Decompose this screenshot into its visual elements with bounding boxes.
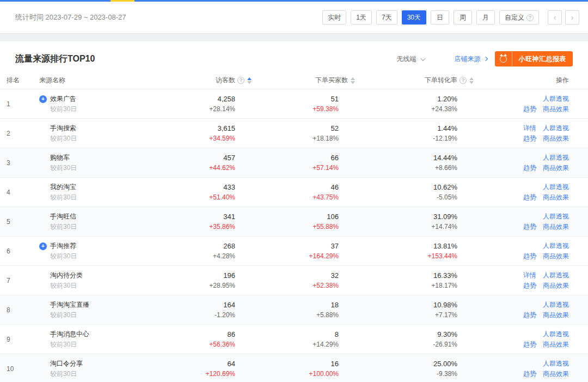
header-visitors-label: 访客数 xyxy=(216,76,235,85)
compare-period-label: 较前30日 xyxy=(39,339,170,349)
rank-value: 2 xyxy=(7,130,39,137)
buyers-change: +164.29% xyxy=(252,251,339,262)
buyers-value: 37 xyxy=(252,241,339,251)
sort-asc-icon xyxy=(247,77,252,80)
compare-period-label: 较前30日 xyxy=(39,310,170,320)
next-date-button[interactable]: › xyxy=(565,10,579,25)
audience-insight-link[interactable]: 人群透视 xyxy=(543,300,569,310)
conversion-change: +7.17% xyxy=(355,310,457,320)
buyers-value: 8 xyxy=(252,329,339,339)
detail-link[interactable]: 详情 xyxy=(523,123,536,134)
product-effect-link[interactable]: 商品效果 xyxy=(543,281,569,291)
header-buyers-label: 下单买家数 xyxy=(315,76,348,85)
range-button-3[interactable]: 30天 xyxy=(402,10,426,25)
trend-link[interactable]: 趋势 xyxy=(523,369,536,379)
trend-link[interactable]: 趋势 xyxy=(523,134,536,144)
top-progress-segment xyxy=(111,0,134,2)
range-button-1[interactable]: 1天 xyxy=(351,10,372,25)
product-effect-link[interactable]: 商品效果 xyxy=(543,369,569,379)
product-effect-link[interactable]: 商品效果 xyxy=(543,163,569,173)
rank-value: 1 xyxy=(7,100,39,108)
product-effect-link[interactable]: 商品效果 xyxy=(543,222,569,232)
buyers-value: 46 xyxy=(252,182,339,192)
chevron-down-icon xyxy=(420,56,425,61)
traffic-source-table: 排名 来源名称 访客数 ? 下单买家数 下单转化率 ? xyxy=(0,72,588,382)
range-button-5[interactable]: 周 xyxy=(454,10,472,25)
page-gap xyxy=(0,34,588,41)
visitors-change: +4.28% xyxy=(170,251,235,262)
buyers-value: 32 xyxy=(252,270,339,281)
audience-insight-link[interactable]: 人群透视 xyxy=(543,359,569,369)
conversion-value: 13.81% xyxy=(355,241,457,251)
audience-insight-link[interactable]: 人群透视 xyxy=(543,211,569,222)
compare-period-label: 较前30日 xyxy=(39,222,170,232)
audience-insight-link[interactable]: 人群透视 xyxy=(543,329,569,339)
table-row: 6 + 手淘推荐 较前30日 268 +4.28% 37 +164.29% 13… xyxy=(0,237,588,266)
wangshen-cat-icon xyxy=(495,51,512,66)
audience-insight-link[interactable]: 人群透视 xyxy=(543,123,569,134)
product-effect-link[interactable]: 商品效果 xyxy=(543,251,569,262)
rank-value: 7 xyxy=(7,277,39,284)
buyers-change: +14.29% xyxy=(252,339,339,350)
source-name: 手淘旺信 xyxy=(50,212,76,221)
buyers-value: 66 xyxy=(252,153,339,163)
range-button-0[interactable]: 实时 xyxy=(322,10,346,25)
table-row: 10 + 淘口令分享 较前30日 64 +120.69% 16 +100.00%… xyxy=(0,354,588,382)
trend-link[interactable]: 趋势 xyxy=(523,251,536,262)
trend-link[interactable]: 趋势 xyxy=(523,310,536,320)
range-button-7[interactable]: 自定义? xyxy=(499,10,539,25)
expand-plus-icon[interactable]: + xyxy=(39,242,47,250)
trend-link[interactable]: 趋势 xyxy=(523,163,536,173)
compare-period-label: 较前30日 xyxy=(39,163,170,173)
buyers-change: +55.88% xyxy=(252,222,339,232)
audience-insight-link[interactable]: 人群透视 xyxy=(543,94,569,104)
source-name: 手淘推荐 xyxy=(50,241,76,251)
expand-plus-icon[interactable]: + xyxy=(39,95,47,103)
help-icon[interactable]: ? xyxy=(237,77,244,84)
audience-insight-link[interactable]: 人群透视 xyxy=(543,182,569,192)
trend-link[interactable]: 趋势 xyxy=(523,281,536,291)
trend-link[interactable]: 趋势 xyxy=(523,104,536,114)
table-row: 8 + 手淘淘宝直播 较前30日 164 -1.20% 18 +5.88% 10… xyxy=(0,295,588,325)
product-effect-link[interactable]: 商品效果 xyxy=(543,104,569,114)
stat-time-label: 统计时间 2023-07-29 ~ 2023-08-27 xyxy=(15,13,126,22)
rank-value: 3 xyxy=(7,159,39,167)
product-effect-link[interactable]: 商品效果 xyxy=(543,192,569,203)
wangshen-report-button[interactable]: 小旺神汇总报表 xyxy=(495,51,573,66)
visitors-change: +56.36% xyxy=(170,339,235,350)
conversion-value: 31.09% xyxy=(355,211,457,222)
conversion-value: 16.33% xyxy=(355,270,457,281)
trend-link[interactable]: 趋势 xyxy=(523,222,536,232)
help-icon[interactable]: ? xyxy=(460,77,467,84)
product-effect-link[interactable]: 商品效果 xyxy=(543,134,569,144)
card-header: 流量来源排行TOP10 无线端 店铺来源 小旺神汇总报表 xyxy=(0,41,588,72)
rank-value: 9 xyxy=(7,336,39,343)
audience-insight-link[interactable]: 人群透视 xyxy=(543,241,569,251)
sort-control-visitors[interactable] xyxy=(247,77,252,84)
visitors-value: 86 xyxy=(170,329,235,339)
audience-insight-link[interactable]: 人群透视 xyxy=(543,270,569,281)
range-button-4[interactable]: 日 xyxy=(431,10,449,25)
visitors-value: 196 xyxy=(170,270,235,281)
terminal-filter-dropdown[interactable]: 无线端 xyxy=(397,54,424,64)
conversion-change: -12.19% xyxy=(355,134,457,144)
prev-date-button[interactable]: ‹ xyxy=(548,10,562,25)
conversion-change: +153.44% xyxy=(355,251,457,262)
product-effect-link[interactable]: 商品效果 xyxy=(543,339,569,350)
product-effect-link[interactable]: 商品效果 xyxy=(543,310,569,320)
sort-control-buyers[interactable] xyxy=(351,77,355,84)
detail-link[interactable]: 详情 xyxy=(523,270,536,281)
conversion-change: -5.05% xyxy=(355,192,457,203)
trend-link[interactable]: 趋势 xyxy=(523,192,536,203)
source-name: 淘口令分享 xyxy=(50,359,83,368)
range-button-2[interactable]: 7天 xyxy=(376,10,397,25)
trend-link[interactable]: 趋势 xyxy=(523,339,536,350)
buyers-value: 18 xyxy=(252,300,339,310)
table-row: 3 + 购物车 较前30日 457 +44.62% 66 +57.14% 14.… xyxy=(0,148,588,178)
sort-control-conversion[interactable] xyxy=(469,77,474,84)
buyers-value: 51 xyxy=(252,94,339,104)
shop-source-link[interactable]: 店铺来源 xyxy=(455,54,487,64)
audience-insight-link[interactable]: 人群透视 xyxy=(543,153,569,163)
conversion-change: +8.66% xyxy=(355,163,457,173)
range-button-6[interactable]: 月 xyxy=(476,10,495,25)
